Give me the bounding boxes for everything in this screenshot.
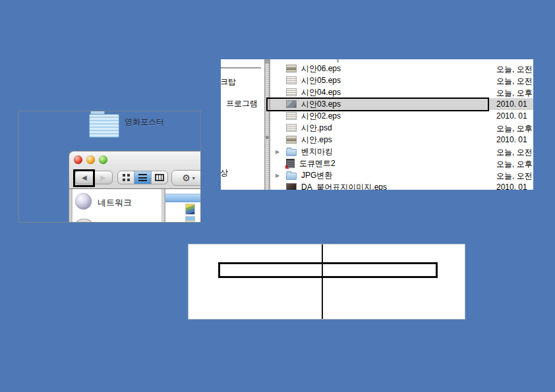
desktop-folder-icon[interactable] xyxy=(89,111,122,139)
file-row[interactable]: 시안.eps 2010. 01 xyxy=(270,134,533,146)
column-view-icon xyxy=(155,174,164,181)
file-row[interactable]: 시안06.eps 오늘, 오전 xyxy=(270,63,533,74)
file-date: 2010. 01 xyxy=(496,135,527,144)
sidebar-separator xyxy=(221,67,261,69)
view-mode-segmented-control xyxy=(117,171,168,184)
file-name: 시안04.eps xyxy=(301,87,341,98)
eps-thumb-tan-icon xyxy=(286,136,297,144)
folder-body xyxy=(89,114,119,138)
file-name: 벤치마킹 xyxy=(301,146,333,157)
close-button[interactable] xyxy=(74,155,82,164)
chevron-down-icon: ▾ xyxy=(192,175,195,181)
desktop-folder-label[interactable]: 영화포스터 xyxy=(125,117,164,128)
sidebar-item-desktop[interactable]: 크탑 xyxy=(221,76,236,88)
zoom-button[interactable] xyxy=(99,155,107,164)
file-row[interactable]: ▶ JPG변환 오늘, 오전 xyxy=(270,169,533,181)
file-row[interactable]: 시안.psd 오늘, 오후 xyxy=(270,122,533,134)
photo-thumbnail[interactable] xyxy=(185,204,195,215)
sidebar-item-applications[interactable]: 프로그램 xyxy=(226,98,258,109)
photo-dark-icon xyxy=(286,183,297,190)
folder-icon xyxy=(286,173,297,180)
gear-icon: ⚙ xyxy=(182,173,190,182)
eps-thumb-lines-icon xyxy=(286,88,297,96)
file-date: 오늘, 오후 xyxy=(496,123,533,134)
finder-sidebar: 네트워크 xyxy=(73,189,161,223)
folder-icon xyxy=(286,149,297,156)
file-name: DA_붙어표지이미지.eps xyxy=(301,182,387,190)
title-placeholder-rect xyxy=(218,262,438,278)
photo-thumbnail[interactable] xyxy=(185,216,195,223)
file-date: 2010. 01 xyxy=(496,182,527,190)
file-name: 시안.psd xyxy=(301,123,332,134)
file-name: 시안02.eps xyxy=(301,111,341,122)
file-name: 시안06.eps xyxy=(301,63,341,74)
file-date: 오늘, 오후 xyxy=(496,159,533,170)
center-fold-line xyxy=(322,244,323,319)
file-date: 오늘, 오전 xyxy=(496,76,533,87)
divider-knob[interactable] xyxy=(266,136,269,139)
file-row[interactable]: DA_붙어표지이미지.eps 2010. 01 xyxy=(270,181,533,190)
selection-outline-rect xyxy=(266,98,489,111)
file-name: 시안.eps xyxy=(301,134,332,146)
file-name: JPG변환 xyxy=(301,170,332,181)
file-date: 2010. 01 xyxy=(496,111,527,121)
file-row[interactable]: 시안02.eps 2010. 01 xyxy=(270,110,533,122)
screenshot-fragment-left: 영화포스터 ◀ ▶ ⚙ ▾ 네트워크 xyxy=(18,111,201,223)
file-row[interactable]: 시안04.eps 오늘, 오후 xyxy=(270,86,533,98)
disclosure-triangle-icon[interactable]: ▶ xyxy=(276,173,285,179)
sidebar-item-network[interactable]: 네트워크 xyxy=(98,197,132,209)
file-row[interactable]: 도큐멘트2 오늘, 오후 xyxy=(270,157,533,169)
file-date: 오늘, 오전 xyxy=(496,64,533,75)
eps-thumb-lines-icon xyxy=(286,76,297,84)
sidebar-item-partial[interactable]: 상 xyxy=(221,167,228,179)
forward-arrow-icon: ▶ xyxy=(100,174,105,181)
action-menu-button[interactable]: ⚙ ▾ xyxy=(171,170,201,186)
hard-disk-icon[interactable] xyxy=(76,219,92,223)
file-date: 오늘, 오후 xyxy=(496,88,533,99)
eps-thumb-tan-icon xyxy=(286,65,297,72)
globe-icon xyxy=(75,193,92,210)
file-list: 시안06.eps 오늘, 오전 시안05.eps 오늘, 오전 시안04.eps… xyxy=(270,63,533,190)
file-row[interactable]: ▶ 벤치마킹 오늘, 오전 xyxy=(270,146,533,157)
minimize-button[interactable] xyxy=(86,155,95,164)
file-name: 시안05.eps xyxy=(301,75,341,86)
file-list-panel: 크탑 프로그램 상 시안06.eps 오늘, 오전 시안05.eps 오늘, 오… xyxy=(221,59,533,190)
eps-thumb-lines-icon xyxy=(286,112,297,120)
list-view-button[interactable] xyxy=(134,171,151,184)
icon-view-icon xyxy=(123,174,130,181)
column-view-button[interactable] xyxy=(152,171,167,184)
finder-window: ◀ ▶ ⚙ ▾ 네트워크 xyxy=(69,151,201,223)
disclosure-triangle-icon[interactable]: ▶ xyxy=(276,149,285,155)
file-date: 2010. 01 xyxy=(496,99,527,109)
layout-canvas xyxy=(188,244,465,320)
desktop: 영화포스터 ◀ ▶ ⚙ ▾ 네트워크 xyxy=(0,0,555,392)
panel-divider-strip[interactable] xyxy=(264,59,270,190)
file-date: 오늘, 오전 xyxy=(496,171,533,182)
file-name: 도큐멘트2 xyxy=(299,158,336,169)
eps-thumb-lines-icon xyxy=(286,124,297,132)
list-view-icon xyxy=(138,174,147,181)
file-row[interactable]: 시안05.eps 오늘, 오전 xyxy=(270,74,533,86)
finder-content-column xyxy=(165,189,201,223)
forward-button[interactable]: ▶ xyxy=(94,171,113,184)
column-header-selected[interactable] xyxy=(165,194,201,202)
icon-view-button[interactable] xyxy=(118,171,134,184)
file-date: 오늘, 오전 xyxy=(496,147,533,158)
document-icon xyxy=(286,159,295,168)
annotation-highlight-rect xyxy=(73,169,95,187)
